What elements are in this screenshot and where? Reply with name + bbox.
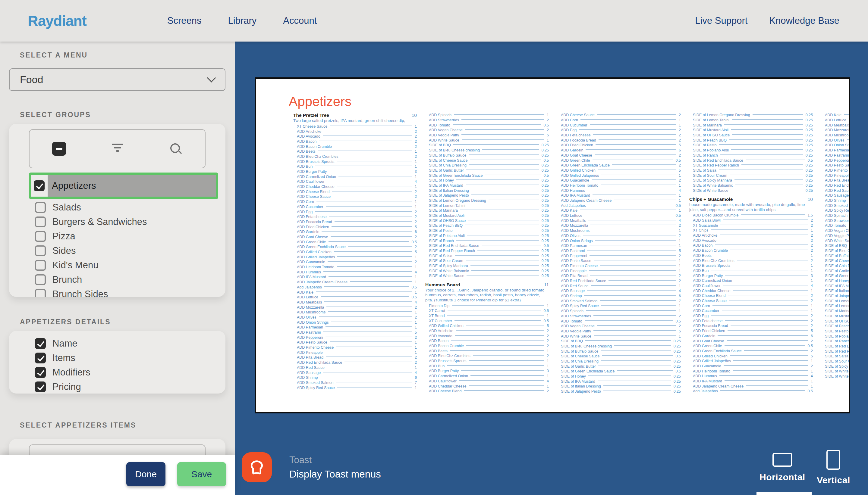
menu-modifier-row: ADD Carmelized Onion1 xyxy=(293,174,417,179)
modifier-name: SIDE of Poblano Aioli xyxy=(429,234,465,238)
detail-row-pricing[interactable]: Pricing xyxy=(35,380,226,394)
modifier-price: 6 xyxy=(679,148,681,152)
modifier-name: ADD Olives xyxy=(561,234,580,238)
menu-modifier-row: ADD Lettuce0.5 xyxy=(821,118,850,123)
leader-line xyxy=(592,180,676,180)
detail-row-modifiers[interactable]: Modifiers xyxy=(35,365,226,380)
menu-modifier-row: SIDE of Marinara0.25 xyxy=(821,309,850,314)
checkbox[interactable] xyxy=(35,245,46,256)
modifier-price: 1 xyxy=(811,263,813,268)
checkbox[interactable] xyxy=(35,367,46,378)
menu-modifier-row: ADD Bacon Crumble2 xyxy=(689,248,813,253)
checkbox[interactable] xyxy=(35,289,46,297)
group-row-kid-s-menu[interactable]: Kid's Menu xyxy=(35,258,226,273)
modifier-price: 0.25 xyxy=(674,364,681,369)
modifier-price: 0.25 xyxy=(806,128,813,132)
nav-link-screens[interactable]: Screens xyxy=(167,15,202,26)
select-all-indeterminate-checkbox-icon[interactable] xyxy=(52,142,66,156)
modifier-name: ADD Mushrooms xyxy=(825,133,850,137)
leader-line xyxy=(591,285,676,286)
checkbox[interactable] xyxy=(35,381,46,392)
modifier-name: ADD Vegan Cheese xyxy=(825,228,850,233)
detail-row-items[interactable]: Items xyxy=(35,351,226,365)
menu-modifier-row: ADD Cauliflower4 xyxy=(293,179,417,184)
modifier-name: SIDE of Mustard Aioli xyxy=(825,314,850,318)
leader-line xyxy=(588,220,676,220)
modifier-name: ADD Red Enchilada Sauce xyxy=(825,183,850,188)
modifier-price: 0.25 xyxy=(674,359,681,363)
modifier-price: 1 xyxy=(415,310,417,314)
group-row-appetizers[interactable]: Appetizers xyxy=(29,172,218,199)
checkbox[interactable] xyxy=(35,231,46,242)
modifier-price: 2 xyxy=(415,245,417,249)
checkbox[interactable] xyxy=(35,274,46,285)
modifier-price: 0.25 xyxy=(542,148,549,152)
modifier-name: ADD Jalapeño Cream Cheese xyxy=(561,199,611,203)
menu-modifier-row: ADD Jalapeño Cream Cheese1 xyxy=(689,383,813,389)
nav-link-knowledge-base[interactable]: Knowledge Base xyxy=(769,15,839,26)
detail-row-name[interactable]: Name xyxy=(35,336,226,351)
modifier-price: 0.5 xyxy=(544,158,549,163)
modifier-name: ADD Mozzarella xyxy=(825,128,850,132)
nav-link-account[interactable]: Account xyxy=(283,15,317,26)
menu-modifier-row: ADD Veggie Patty5 xyxy=(425,133,549,138)
modifier-name: SIDE of Pesto xyxy=(429,228,453,233)
checkbox[interactable] xyxy=(34,181,45,191)
menu-modifier-row: SIDE of Italian Dressing0.25 xyxy=(557,384,681,389)
menu-modifier-row: ADD Veggie Patty5 xyxy=(821,233,850,238)
modifier-price: 2 xyxy=(811,364,813,368)
selected-orientation-indicator xyxy=(756,492,812,495)
group-row-brunch-sides[interactable]: Brunch Sides xyxy=(35,287,226,297)
modifier-price: 2 xyxy=(415,355,417,359)
modifier-name: ADD Grilled Jalapeños xyxy=(297,255,335,259)
done-button[interactable]: Done xyxy=(126,462,165,486)
modifier-name: ADD Grilled Jalapeños xyxy=(561,173,599,178)
modifier-name: SIDE of Salsa xyxy=(429,254,453,258)
checkbox[interactable] xyxy=(35,202,46,213)
leader-line xyxy=(470,159,541,160)
filter-icon[interactable] xyxy=(112,143,124,154)
search-icon[interactable] xyxy=(169,142,182,155)
menu-modifier-row: ADD Olives2 xyxy=(821,138,850,143)
menu-modifier-row: SIDE of Salsa0.25 xyxy=(821,354,850,359)
menu-modifier-row: SIDE of BBQ0.25 xyxy=(821,243,850,249)
modifier-price: 0.25 xyxy=(542,254,549,258)
modifier-name: XT Guacamole xyxy=(693,223,718,228)
menu-modifier-row: ADD Bacon2 xyxy=(689,243,813,248)
menu-modifier-row: ADD Carmelized Onion1 xyxy=(425,374,549,379)
checkbox[interactable] xyxy=(35,217,46,227)
leader-line xyxy=(469,154,539,155)
leader-line xyxy=(456,330,544,330)
modifier-name: ADD Olives xyxy=(825,138,845,142)
leader-line xyxy=(337,387,412,388)
leader-line xyxy=(719,170,803,170)
nav-link-live-support[interactable]: Live Support xyxy=(695,15,748,26)
modifier-name: ADD Red Enchilada Sauce xyxy=(297,360,342,365)
orientation-vertical-button[interactable]: Vertical xyxy=(817,450,850,485)
modifier-price: 0.25 xyxy=(542,143,549,147)
checkbox[interactable] xyxy=(35,353,46,363)
modifier-price: 1 xyxy=(415,386,417,390)
checkbox[interactable] xyxy=(35,260,46,271)
menu-dropdown[interactable]: Food xyxy=(9,68,226,91)
checkbox[interactable] xyxy=(35,338,46,349)
modifier-name: SIDE of Poblano Aioli xyxy=(693,148,729,152)
orientation-horizontal-button[interactable]: Horizontal xyxy=(759,453,805,482)
menu-modifier-row: SIDE of BBQ0.25 xyxy=(557,339,681,344)
nav-link-library[interactable]: Library xyxy=(228,15,257,26)
menu-modifier-row: ADD Pita Bread2 xyxy=(821,178,850,183)
menu-modifier-row: SIDE of IPA Mustard0.25 xyxy=(557,379,681,384)
menu-modifier-row: ADD IPA Mustard1 xyxy=(293,275,417,280)
group-row-burgers-sandwiches[interactable]: Burgers & Sandwiches xyxy=(35,215,226,229)
group-row-sides[interactable]: Sides xyxy=(35,243,226,258)
save-button[interactable]: Save xyxy=(177,462,226,486)
leader-line xyxy=(465,129,544,130)
menu-modifier-row: SIDE of Ranch0.25 xyxy=(689,153,813,158)
group-row-salads[interactable]: Salads xyxy=(35,200,226,215)
menu-modifier-row: ADD Green Enchilada Sauce2 xyxy=(689,349,813,354)
modifier-name: ADD Grilled Chicken xyxy=(297,250,331,254)
group-row-pizza[interactable]: Pizza xyxy=(35,229,226,243)
group-row-brunch[interactable]: Brunch xyxy=(35,273,226,287)
modifier-price: 0.25 xyxy=(542,163,549,167)
modifier-price: 0.5 xyxy=(412,240,417,244)
